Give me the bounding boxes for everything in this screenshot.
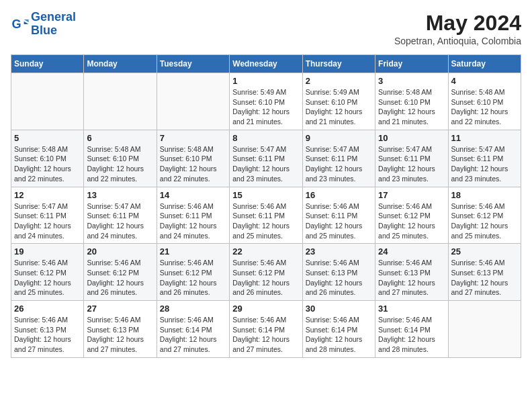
calendar-cell: 19Sunrise: 5:46 AM Sunset: 6:12 PM Dayli… (11, 244, 84, 301)
weekday-header-monday: Monday (84, 55, 157, 73)
day-number: 13 (87, 190, 153, 200)
day-number: 10 (378, 133, 445, 143)
day-number: 16 (306, 190, 372, 200)
calendar-cell: 20Sunrise: 5:46 AM Sunset: 6:12 PM Dayli… (84, 244, 157, 301)
day-info: Sunrise: 5:46 AM Sunset: 6:12 PM Dayligh… (451, 201, 518, 241)
logo: G General Blue (11, 11, 76, 38)
day-info: Sunrise: 5:49 AM Sunset: 6:10 PM Dayligh… (306, 87, 372, 127)
day-number: 20 (87, 246, 153, 257)
calendar-cell: 24Sunrise: 5:46 AM Sunset: 6:13 PM Dayli… (375, 244, 448, 301)
day-number: 2 (306, 76, 372, 86)
calendar-cell: 27Sunrise: 5:46 AM Sunset: 6:13 PM Dayli… (84, 301, 157, 358)
day-info: Sunrise: 5:48 AM Sunset: 6:10 PM Dayligh… (14, 144, 81, 184)
day-info: Sunrise: 5:48 AM Sunset: 6:10 PM Dayligh… (160, 144, 226, 184)
page-header: G General Blue May 2024 Sopetran, Antioq… (11, 11, 521, 46)
day-info: Sunrise: 5:46 AM Sunset: 6:13 PM Dayligh… (306, 258, 372, 298)
day-info: Sunrise: 5:48 AM Sunset: 6:10 PM Dayligh… (378, 87, 445, 127)
calendar-week-row: 19Sunrise: 5:46 AM Sunset: 6:12 PM Dayli… (11, 244, 521, 301)
calendar-cell: 30Sunrise: 5:46 AM Sunset: 6:14 PM Dayli… (302, 301, 375, 358)
calendar-week-row: 26Sunrise: 5:46 AM Sunset: 6:13 PM Dayli… (11, 301, 521, 358)
day-number: 14 (160, 190, 226, 200)
day-number: 15 (232, 190, 299, 200)
day-info: Sunrise: 5:46 AM Sunset: 6:11 PM Dayligh… (306, 201, 372, 241)
day-number: 8 (232, 133, 299, 143)
calendar-cell: 25Sunrise: 5:46 AM Sunset: 6:13 PM Dayli… (448, 244, 521, 301)
day-info: Sunrise: 5:48 AM Sunset: 6:10 PM Dayligh… (451, 87, 518, 127)
day-number: 23 (306, 246, 372, 257)
calendar-cell: 14Sunrise: 5:46 AM Sunset: 6:11 PM Dayli… (157, 187, 229, 244)
calendar-cell: 22Sunrise: 5:46 AM Sunset: 6:12 PM Dayli… (230, 244, 302, 301)
weekday-header-friday: Friday (375, 55, 448, 73)
calendar-cell: 1Sunrise: 5:49 AM Sunset: 6:10 PM Daylig… (230, 73, 302, 130)
day-number: 4 (451, 76, 518, 86)
calendar-cell: 28Sunrise: 5:46 AM Sunset: 6:14 PM Dayli… (157, 301, 229, 358)
day-info: Sunrise: 5:46 AM Sunset: 6:14 PM Dayligh… (378, 315, 445, 355)
calendar-table: SundayMondayTuesdayWednesdayThursdayFrid… (11, 54, 521, 358)
month-year: May 2024 (394, 11, 521, 36)
day-info: Sunrise: 5:46 AM Sunset: 6:13 PM Dayligh… (378, 258, 445, 298)
calendar-cell (11, 73, 84, 130)
calendar-cell: 8Sunrise: 5:47 AM Sunset: 6:11 PM Daylig… (230, 130, 302, 187)
calendar-cell: 5Sunrise: 5:48 AM Sunset: 6:10 PM Daylig… (11, 130, 84, 187)
day-info: Sunrise: 5:47 AM Sunset: 6:11 PM Dayligh… (87, 201, 153, 241)
day-number: 11 (451, 133, 518, 143)
weekday-header-wednesday: Wednesday (230, 55, 302, 73)
calendar-cell (84, 73, 157, 130)
calendar-cell: 10Sunrise: 5:47 AM Sunset: 6:11 PM Dayli… (375, 130, 448, 187)
logo-blue: Blue (31, 24, 57, 37)
day-number: 6 (87, 133, 153, 143)
day-number: 30 (306, 304, 372, 314)
calendar-cell: 12Sunrise: 5:47 AM Sunset: 6:11 PM Dayli… (11, 187, 84, 244)
logo-text: General Blue (31, 11, 76, 38)
day-number: 22 (232, 246, 299, 257)
weekday-header-thursday: Thursday (302, 55, 375, 73)
day-info: Sunrise: 5:47 AM Sunset: 6:11 PM Dayligh… (451, 144, 518, 184)
day-info: Sunrise: 5:46 AM Sunset: 6:13 PM Dayligh… (87, 315, 153, 355)
calendar-cell: 15Sunrise: 5:46 AM Sunset: 6:11 PM Dayli… (230, 187, 302, 244)
calendar-cell: 2Sunrise: 5:49 AM Sunset: 6:10 PM Daylig… (302, 73, 375, 130)
day-info: Sunrise: 5:46 AM Sunset: 6:11 PM Dayligh… (232, 201, 299, 241)
day-info: Sunrise: 5:46 AM Sunset: 6:14 PM Dayligh… (232, 315, 299, 355)
svg-text:G: G (11, 17, 21, 30)
day-number: 28 (160, 304, 226, 314)
day-number: 26 (14, 304, 81, 314)
day-info: Sunrise: 5:47 AM Sunset: 6:11 PM Dayligh… (232, 144, 299, 184)
day-info: Sunrise: 5:49 AM Sunset: 6:10 PM Dayligh… (232, 87, 299, 127)
day-info: Sunrise: 5:47 AM Sunset: 6:11 PM Dayligh… (14, 201, 81, 241)
day-number: 5 (14, 133, 81, 143)
calendar-cell: 17Sunrise: 5:46 AM Sunset: 6:12 PM Dayli… (375, 187, 448, 244)
location: Sopetran, Antioquia, Colombia (394, 36, 521, 46)
day-number: 21 (160, 246, 226, 257)
calendar-cell: 29Sunrise: 5:46 AM Sunset: 6:14 PM Dayli… (230, 301, 302, 358)
day-number: 27 (87, 304, 153, 314)
calendar-week-row: 5Sunrise: 5:48 AM Sunset: 6:10 PM Daylig… (11, 130, 521, 187)
calendar-cell: 23Sunrise: 5:46 AM Sunset: 6:13 PM Dayli… (302, 244, 375, 301)
weekday-header-sunday: Sunday (11, 55, 84, 73)
day-number: 12 (14, 190, 81, 200)
calendar-week-row: 12Sunrise: 5:47 AM Sunset: 6:11 PM Dayli… (11, 187, 521, 244)
calendar-week-row: 1Sunrise: 5:49 AM Sunset: 6:10 PM Daylig… (11, 73, 521, 130)
calendar-cell: 13Sunrise: 5:47 AM Sunset: 6:11 PM Dayli… (84, 187, 157, 244)
day-info: Sunrise: 5:48 AM Sunset: 6:10 PM Dayligh… (87, 144, 153, 184)
day-number: 25 (451, 246, 518, 257)
calendar-body: 1Sunrise: 5:49 AM Sunset: 6:10 PM Daylig… (11, 73, 521, 358)
calendar-cell: 9Sunrise: 5:47 AM Sunset: 6:11 PM Daylig… (302, 130, 375, 187)
calendar-cell: 21Sunrise: 5:46 AM Sunset: 6:12 PM Dayli… (157, 244, 229, 301)
day-info: Sunrise: 5:46 AM Sunset: 6:12 PM Dayligh… (160, 258, 226, 298)
day-number: 31 (378, 304, 445, 314)
calendar-cell: 7Sunrise: 5:48 AM Sunset: 6:10 PM Daylig… (157, 130, 229, 187)
title-block: May 2024 Sopetran, Antioquia, Colombia (394, 11, 521, 46)
logo-general: General (31, 10, 76, 24)
day-info: Sunrise: 5:46 AM Sunset: 6:12 PM Dayligh… (378, 201, 445, 241)
calendar-cell: 4Sunrise: 5:48 AM Sunset: 6:10 PM Daylig… (448, 73, 521, 130)
day-info: Sunrise: 5:46 AM Sunset: 6:12 PM Dayligh… (14, 258, 81, 298)
day-info: Sunrise: 5:46 AM Sunset: 6:14 PM Dayligh… (160, 315, 226, 355)
calendar-cell: 3Sunrise: 5:48 AM Sunset: 6:10 PM Daylig… (375, 73, 448, 130)
day-info: Sunrise: 5:46 AM Sunset: 6:12 PM Dayligh… (232, 258, 299, 298)
calendar-cell (448, 301, 521, 358)
calendar-cell (157, 73, 229, 130)
calendar-cell: 11Sunrise: 5:47 AM Sunset: 6:11 PM Dayli… (448, 130, 521, 187)
day-info: Sunrise: 5:47 AM Sunset: 6:11 PM Dayligh… (306, 144, 372, 184)
day-number: 9 (306, 133, 372, 143)
calendar-cell: 18Sunrise: 5:46 AM Sunset: 6:12 PM Dayli… (448, 187, 521, 244)
